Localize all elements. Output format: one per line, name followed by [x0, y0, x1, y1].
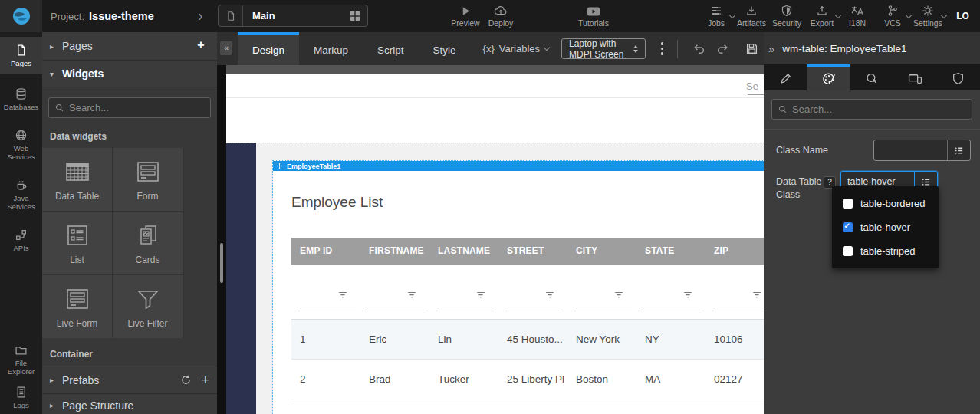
export-button[interactable]: Export — [804, 3, 840, 28]
filter-input-underline[interactable] — [712, 310, 764, 311]
artifacts-button[interactable]: Artifacts — [734, 3, 769, 28]
device-selector[interactable]: Laptop with MDPI Screen — [561, 38, 646, 59]
widget-tile-list[interactable]: List — [42, 212, 112, 274]
table-filter-cell[interactable] — [360, 264, 429, 319]
page-selector[interactable]: Main — [218, 5, 368, 27]
rail-item-web-services[interactable]: Web Services — [0, 123, 42, 166]
table-cell: MA — [636, 373, 705, 385]
variables-button[interactable]: {x} Variables — [483, 32, 549, 65]
rail-item-databases[interactable]: Databases — [0, 82, 42, 116]
table-column-header[interactable]: EMP ID — [291, 238, 360, 264]
prefabs-section-header[interactable]: ▸ Prefabs + — [42, 366, 217, 394]
dropdown-option[interactable]: table-bordered — [832, 192, 939, 215]
filter-input-underline[interactable] — [643, 310, 701, 311]
table-filter-cell[interactable] — [705, 264, 764, 319]
more-options-button[interactable] — [656, 41, 669, 57]
rail-item-apis[interactable]: APIs — [0, 223, 42, 257]
widget-selection-bar[interactable]: EmployeeTable1 — [273, 161, 764, 171]
tab-events[interactable] — [850, 64, 893, 90]
filter-input-underline[interactable] — [436, 310, 494, 311]
table-column-header[interactable]: ZIP — [705, 238, 764, 264]
add-prefab-button[interactable]: + — [201, 374, 209, 386]
tab-security[interactable] — [937, 64, 980, 90]
table-column-header[interactable]: CITY — [567, 238, 636, 264]
tab-markup[interactable]: Markup — [299, 32, 363, 65]
deploy-button[interactable]: Deploy — [482, 3, 520, 28]
tab-devices[interactable] — [893, 64, 936, 90]
refresh-icon[interactable] — [180, 374, 192, 386]
page-structure-section-header[interactable]: ▸ Page Structure — [42, 394, 217, 414]
rail-item-java-services[interactable]: Java Services — [0, 173, 42, 215]
table-row[interactable]: 2BradTucker25 Liberty PlBostonMA02127 — [291, 360, 764, 399]
checkbox-checked-icon[interactable] — [843, 222, 853, 232]
class-name-input-group — [873, 140, 971, 161]
redo-button[interactable] — [716, 42, 729, 55]
widget-tile-live-filter[interactable]: Live Filter — [113, 275, 183, 338]
properties-search[interactable] — [771, 99, 972, 120]
filter-input-underline[interactable] — [298, 310, 356, 311]
filter-input-underline[interactable] — [367, 310, 425, 311]
filter-input-underline[interactable] — [505, 310, 563, 311]
employee-table-widget[interactable]: EmployeeTable1 Employee List EMP IDFIRST… — [273, 161, 764, 414]
pages-icon — [2, 44, 41, 57]
design-canvas[interactable]: Se EmployeeTable1 Employee List EMP IDFI… — [226, 65, 764, 414]
table-column-header[interactable]: STATE — [636, 238, 705, 264]
checkbox-unchecked-icon[interactable] — [843, 246, 853, 256]
tab-properties[interactable] — [764, 64, 807, 90]
security-button[interactable]: Security — [769, 3, 804, 28]
tab-style[interactable]: Style — [419, 32, 471, 65]
expand-panel-icon[interactable]: » — [768, 42, 774, 55]
jobs-button[interactable]: Jobs — [699, 3, 734, 28]
dropdown-option[interactable]: table-hover — [832, 215, 939, 239]
tab-styles[interactable] — [807, 64, 850, 90]
grid-icon[interactable] — [350, 11, 360, 21]
tab-design[interactable]: Design — [238, 32, 299, 65]
widget-tile-data-table[interactable]: Data Table — [42, 148, 112, 211]
i18n-button[interactable]: I18N — [840, 3, 875, 28]
scrollbar[interactable] — [220, 243, 223, 283]
coffee-cup-icon — [2, 179, 41, 192]
page-left-nav-preview — [226, 143, 256, 414]
avatar[interactable]: LO — [952, 5, 974, 27]
add-page-button[interactable]: + — [192, 38, 209, 54]
app-logo[interactable] — [0, 0, 42, 32]
widget-tile-live-form[interactable]: Live Form — [42, 275, 112, 338]
properties-panel-header: » wm-table: EmployeeTable1 — [764, 32, 980, 64]
list-widget-icon — [64, 222, 91, 249]
select-arrows-icon — [633, 45, 638, 53]
table-filter-cell[interactable] — [291, 264, 360, 319]
filter-input-underline[interactable] — [574, 310, 632, 311]
checkbox-unchecked-icon[interactable] — [843, 199, 853, 209]
save-button[interactable] — [745, 42, 758, 55]
table-column-header[interactable]: FIRSTNAME — [360, 238, 429, 264]
table-filter-cell[interactable] — [567, 264, 636, 319]
vcs-button[interactable]: VCS — [875, 3, 910, 28]
logs-icon — [2, 386, 41, 399]
settings-button[interactable]: Settings — [910, 3, 945, 28]
table-filter-cell[interactable] — [498, 264, 567, 319]
move-icon[interactable] — [276, 163, 283, 169]
table-column-header[interactable]: STREET — [498, 238, 567, 264]
table-filter-cell[interactable] — [636, 264, 705, 319]
widget-tile-cards[interactable]: Cards — [113, 212, 183, 274]
undo-button[interactable] — [692, 42, 705, 55]
table-row[interactable]: 1EricLin45 Housto...New YorkNY10106 — [291, 320, 764, 360]
class-name-list-button[interactable] — [947, 140, 970, 160]
widgets-section-header[interactable]: ▾ Widgets — [42, 61, 217, 87]
class-name-input[interactable] — [874, 140, 947, 160]
table-column-header[interactable]: LASTNAME — [429, 238, 498, 264]
properties-search-input[interactable] — [792, 104, 966, 115]
dropdown-option[interactable]: table-striped — [832, 239, 939, 263]
widget-tile-form[interactable]: Form — [113, 148, 183, 211]
rail-item-pages[interactable]: Pages — [0, 37, 42, 74]
table-filter-cell[interactable] — [429, 264, 498, 319]
widget-search-input[interactable] — [69, 102, 205, 113]
preview-button[interactable]: Preview — [448, 3, 483, 28]
pages-section-header[interactable]: ▸ Pages + — [42, 32, 217, 61]
rail-item-logs[interactable]: Logs — [0, 380, 42, 414]
rail-item-file-explorer[interactable]: File Explorer — [0, 338, 42, 380]
tab-script[interactable]: Script — [363, 32, 419, 65]
collapse-panel-button[interactable]: « — [220, 41, 232, 55]
widget-search[interactable] — [48, 97, 211, 118]
tutorials-button[interactable]: Tutorials — [574, 3, 613, 28]
